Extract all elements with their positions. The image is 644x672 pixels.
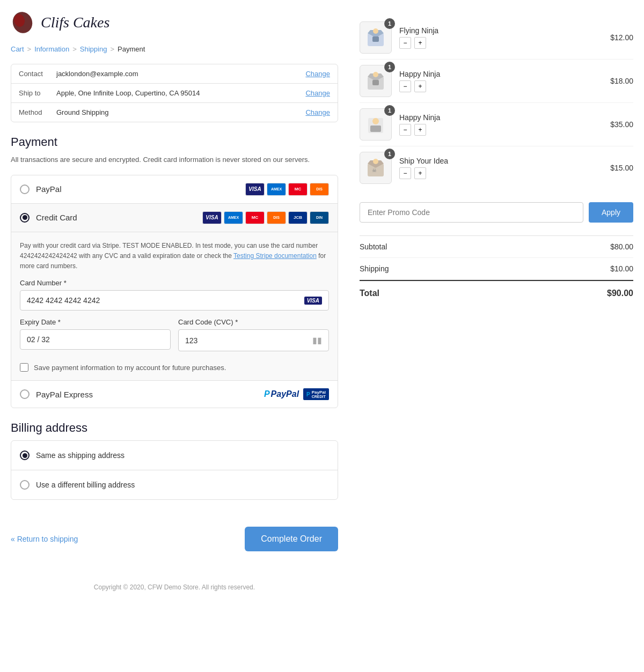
product-badge: 1 <box>384 105 395 116</box>
billing-different-radio[interactable] <box>20 480 30 490</box>
qty-increase-button[interactable]: + <box>414 80 426 92</box>
payment-option-credit-card[interactable]: Credit Card VISA AMEX MC DIS JCB DIN <box>11 204 338 232</box>
ship-idea-icon: ☠ <box>365 157 386 179</box>
billing-same-radio[interactable] <box>20 451 30 460</box>
qty-increase-button[interactable]: + <box>414 124 426 136</box>
payment-option-paypal[interactable]: PayPal VISA AMEX MC DIS <box>11 175 338 204</box>
happy-ninja-1-icon <box>365 70 386 92</box>
product-price: $15.00 <box>610 164 633 172</box>
stripe-docs-link[interactable]: Testing Stripe documentation <box>233 252 317 260</box>
card-number-value: 4242 4242 4242 4242 <box>27 296 100 305</box>
svg-rect-9 <box>372 80 379 85</box>
complete-order-button[interactable]: Complete Order <box>245 527 338 551</box>
shipto-change[interactable]: Change <box>305 89 330 97</box>
breadcrumb-information[interactable]: Information <box>34 45 69 53</box>
credit-card-radio[interactable] <box>20 213 30 223</box>
payment-desc: All transactions are secure and encrypte… <box>11 154 338 165</box>
qty-controls: − + <box>399 80 603 92</box>
promo-row: Apply <box>360 202 633 223</box>
cc-info-text: Pay with your credit card via Stripe. TE… <box>20 241 329 272</box>
card-visa-badge: VISA <box>304 297 322 305</box>
paypal-label: PayPal <box>36 184 245 194</box>
product-list: 1 Flying Ninja − + $12.00 <box>360 16 633 189</box>
paypal-express-logos: PPayPal P PayPal CREDIT <box>264 388 329 400</box>
svg-point-11 <box>372 118 379 124</box>
back-to-shipping-link[interactable]: « Return to shipping <box>11 535 78 543</box>
cc-diners-icon: DIN <box>310 211 329 224</box>
apply-promo-button[interactable]: Apply <box>589 202 633 223</box>
card-number-input[interactable]: 4242 4242 4242 4242 VISA <box>20 290 329 311</box>
svg-text:☠: ☠ <box>372 167 377 173</box>
right-column: 1 Flying Ninja − + $12.00 <box>360 11 633 602</box>
paypal-card-icons: VISA AMEX MC DIS <box>245 183 329 196</box>
footer-actions: « Return to shipping Complete Order <box>11 516 338 562</box>
qty-controls: − + <box>399 167 603 179</box>
shipping-row: Shipping $10.00 <box>360 258 633 280</box>
shipto-label: Ship to <box>19 89 56 97</box>
product-badge: 1 <box>384 62 395 72</box>
qty-decrease-button[interactable]: − <box>399 37 411 49</box>
shipping-value: $10.00 <box>610 264 633 273</box>
ninja-shirt-icon <box>365 27 386 48</box>
cc-discover-icon: DIS <box>267 211 286 224</box>
qty-controls: − + <box>399 124 603 136</box>
cvc-value: 123 <box>185 336 197 345</box>
product-name: Happy Ninja <box>399 113 603 122</box>
payment-title: Payment <box>11 135 338 149</box>
logo-area: Clifs Cakes <box>11 11 338 34</box>
payment-option-paypal-express[interactable]: PayPal Express PPayPal P PayPal CREDIT <box>11 381 338 408</box>
breadcrumb: Cart > Information > Shipping > Payment <box>11 45 338 53</box>
list-item: 1 Happy Ninja − + $18.00 <box>360 60 633 103</box>
payment-options: PayPal VISA AMEX MC DIS Credit Card VISA… <box>11 175 338 409</box>
contact-value: jacklondon@example.com <box>56 70 305 78</box>
billing-different-label: Use a different billing address <box>36 481 135 489</box>
product-img-wrap: 1 <box>360 21 392 54</box>
svg-point-15 <box>373 159 378 164</box>
contact-change[interactable]: Change <box>305 70 330 78</box>
qty-increase-button[interactable]: + <box>414 37 426 49</box>
expiry-cvc-row: Expiry Date * 02 / 32 Card Code (CVC) * … <box>20 318 329 359</box>
qty-decrease-button[interactable]: − <box>399 80 411 92</box>
list-item: ☠ 1 Ship Your Idea − + $15.00 <box>360 146 633 189</box>
billing-different[interactable]: Use a different billing address <box>11 470 338 499</box>
promo-code-input[interactable] <box>360 202 583 223</box>
mc-icon: MC <box>288 183 308 196</box>
paypal-express-label: PayPal Express <box>36 390 264 399</box>
expiry-value: 02 / 32 <box>27 335 50 344</box>
qty-increase-button[interactable]: + <box>414 167 426 179</box>
paypal-radio[interactable] <box>20 184 30 194</box>
credit-card-icons: VISA AMEX MC DIS JCB DIN <box>202 211 329 224</box>
subtotal-value: $80.00 <box>610 242 633 251</box>
amex-icon: AMEX <box>267 183 286 196</box>
info-box: Contact jacklondon@example.com Change Sh… <box>11 64 338 122</box>
cc-jcb-icon: JCB <box>288 211 308 224</box>
total-label: Total <box>360 289 379 298</box>
breadcrumb-shipping[interactable]: Shipping <box>80 45 107 53</box>
paypal-express-radio[interactable] <box>20 389 30 399</box>
billing-same[interactable]: Same as shipping address <box>11 441 338 470</box>
billing-same-label: Same as shipping address <box>36 451 125 460</box>
product-name: Ship Your Idea <box>399 157 603 165</box>
method-change[interactable]: Change <box>305 108 330 116</box>
qty-decrease-button[interactable]: − <box>399 124 411 136</box>
expiry-group: Expiry Date * 02 / 32 <box>20 318 171 351</box>
cc-visa-icon: VISA <box>202 211 222 224</box>
method-label: Method <box>19 108 56 116</box>
product-price: $12.00 <box>610 33 633 42</box>
qty-decrease-button[interactable]: − <box>399 167 411 179</box>
expiry-input[interactable]: 02 / 32 <box>20 329 171 350</box>
paypal-text-logo: PPayPal <box>264 389 299 399</box>
card-number-label: Card Number * <box>20 279 329 287</box>
cvc-label: Card Code (CVC) * <box>178 318 329 326</box>
save-payment-checkbox[interactable] <box>20 363 28 372</box>
billing-section: Billing address Same as shipping address… <box>11 421 338 500</box>
svg-rect-5 <box>372 36 379 42</box>
cvc-input[interactable]: 123 ▮▮ <box>178 329 329 351</box>
paypal-credit-badge: P PayPal CREDIT <box>303 388 329 400</box>
product-info: Flying Ninja − + <box>399 26 603 49</box>
info-row-shipto: Ship to Apple, One Infinite Loop, Cupert… <box>11 84 338 103</box>
breadcrumb-cart[interactable]: Cart <box>11 45 24 53</box>
subtotal-row: Subtotal $80.00 <box>360 236 633 258</box>
breadcrumb-payment: Payment <box>118 45 145 53</box>
product-info: Happy Ninja − + <box>399 70 603 92</box>
